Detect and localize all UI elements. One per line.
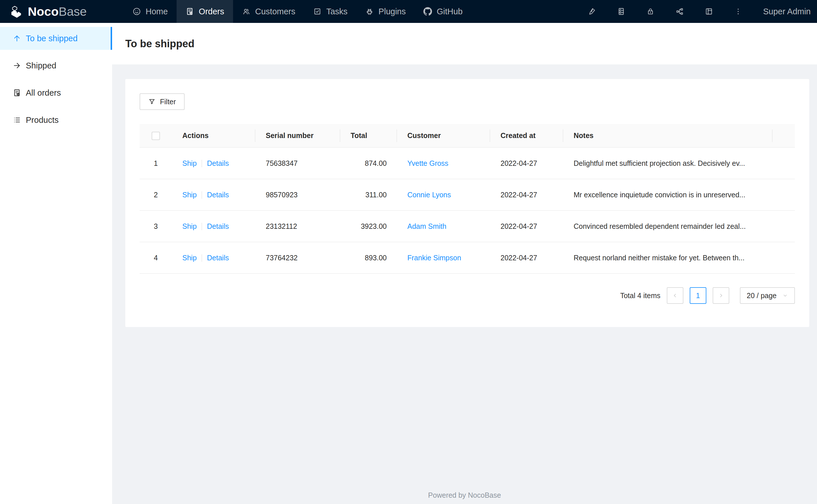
arrow-right-icon: [13, 61, 21, 70]
serial-number-cell: 75638347: [256, 147, 340, 179]
notes-cell: Delightful met sufficient projection ask…: [563, 147, 773, 179]
actions-cell: ShipDetails: [172, 147, 256, 179]
ship-link[interactable]: Ship: [182, 191, 196, 199]
logo-noco: Noco: [28, 5, 59, 18]
nav-item-plugins[interactable]: Plugins: [356, 0, 415, 23]
filter-button[interactable]: Filter: [139, 93, 184, 110]
total-cell: 874.00: [340, 147, 397, 179]
sidebar: To be shipped Shipped All orders Product…: [0, 23, 112, 504]
chevron-left-icon: [672, 292, 678, 299]
logo-base: Base: [59, 5, 87, 18]
table-row: 2 ShipDetails 98570923 311.00 Connie Lyo…: [139, 179, 795, 210]
top-navbar: NocoBase Home Orders Customers Tasks Plu…: [0, 0, 817, 23]
lock-icon[interactable]: [646, 7, 655, 16]
details-link[interactable]: Details: [207, 159, 229, 167]
layout-icon[interactable]: [705, 7, 713, 16]
table-row: 1 ShipDetails 75638347 874.00 Yvette Gro…: [139, 147, 795, 179]
nav-item-tasks[interactable]: Tasks: [304, 0, 356, 23]
apartment-icon[interactable]: [676, 7, 684, 16]
file-done-icon: [13, 88, 21, 97]
ship-link[interactable]: Ship: [182, 254, 196, 262]
customer-link[interactable]: Frankie Simpson: [407, 254, 461, 262]
select-all-checkbox[interactable]: [152, 132, 160, 140]
created-at-cell: 2022-04-27: [490, 179, 563, 210]
page-header: To be shipped: [112, 23, 817, 64]
details-link[interactable]: Details: [207, 254, 229, 262]
android-icon: [365, 7, 374, 16]
column-header-notes: Notes: [563, 124, 773, 147]
nav-item-customers[interactable]: Customers: [233, 0, 304, 23]
actions-cell: ShipDetails: [172, 210, 256, 242]
notes-cell: Request norland neither mistake for yet.…: [563, 242, 773, 273]
user-name[interactable]: Super Admin: [763, 7, 811, 16]
list-icon: [13, 116, 21, 124]
details-link[interactable]: Details: [207, 191, 229, 199]
column-header-created-at: Created at: [490, 124, 563, 147]
sidebar-item-to-be-shipped[interactable]: To be shipped: [0, 27, 112, 50]
table-row: 4 ShipDetails 73764232 893.00 Frankie Si…: [139, 242, 795, 273]
nav-item-label: Plugins: [378, 7, 406, 16]
sidebar-item-label: Shipped: [26, 61, 56, 70]
pagination-prev-button[interactable]: [667, 287, 684, 304]
filter-button-label: Filter: [160, 98, 176, 106]
customer-link[interactable]: Yvette Gross: [407, 159, 448, 167]
sidebar-item-products[interactable]: Products: [0, 109, 112, 131]
nav-item-label: Home: [146, 7, 168, 16]
sidebar-item-label: All orders: [26, 88, 61, 98]
ship-link[interactable]: Ship: [182, 222, 196, 230]
filler-cell: [773, 179, 795, 210]
sidebar-item-all-orders[interactable]: All orders: [0, 81, 112, 104]
total-cell: 3923.00: [340, 210, 397, 242]
customer-link[interactable]: Adam Smith: [407, 222, 446, 230]
nav-item-github[interactable]: GitHub: [415, 0, 471, 23]
filler-cell: [773, 210, 795, 242]
created-at-cell: 2022-04-27: [490, 147, 563, 179]
select-all-header: [139, 124, 172, 147]
nocobase-logo[interactable]: NocoBase: [0, 0, 107, 23]
orders-table: Actions Serial number Total Customer Cre…: [139, 124, 795, 274]
customer-cell: Frankie Simpson: [397, 242, 490, 273]
serial-number-cell: 23132112: [256, 210, 340, 242]
ellipsis-icon[interactable]: [734, 7, 743, 16]
column-header-filler: [773, 124, 795, 147]
highlighter-icon[interactable]: [588, 7, 596, 16]
pagination-page-1[interactable]: 1: [690, 287, 706, 304]
sidebar-item-shipped[interactable]: Shipped: [0, 54, 112, 77]
orders-card: Filter Actions Serial number Total Custo…: [125, 79, 809, 327]
filler-cell: [773, 147, 795, 179]
team-icon: [242, 7, 251, 16]
column-header-actions: Actions: [172, 124, 256, 147]
database-icon[interactable]: [617, 7, 626, 16]
total-cell: 893.00: [340, 242, 397, 273]
pagination: Total 4 items 1 20 / page: [139, 287, 795, 304]
column-header-total: Total: [340, 124, 397, 147]
row-index: 3: [139, 210, 172, 242]
nav-item-orders[interactable]: Orders: [176, 0, 233, 23]
nav-item-home[interactable]: Home: [123, 0, 176, 23]
total-cell: 311.00: [340, 179, 397, 210]
row-index: 4: [139, 242, 172, 273]
file-done-icon: [185, 7, 194, 16]
customer-link[interactable]: Connie Lyons: [407, 191, 451, 199]
page-size-select[interactable]: 20 / page: [740, 287, 795, 304]
main-menu: Home Orders Customers Tasks Plugins GitH…: [123, 0, 472, 23]
check-square-icon: [313, 7, 322, 16]
pagination-next-button[interactable]: [713, 287, 729, 304]
smile-icon: [132, 7, 141, 16]
serial-number-cell: 98570923: [256, 179, 340, 210]
created-at-cell: 2022-04-27: [490, 210, 563, 242]
row-index: 2: [139, 179, 172, 210]
arrow-up-icon: [13, 34, 21, 43]
github-icon: [423, 7, 432, 16]
row-index: 1: [139, 147, 172, 179]
ship-link[interactable]: Ship: [182, 159, 196, 167]
customer-cell: Yvette Gross: [397, 147, 490, 179]
action-divider: [201, 160, 202, 167]
page-title: To be shipped: [125, 38, 194, 50]
details-link[interactable]: Details: [207, 222, 229, 230]
customer-cell: Adam Smith: [397, 210, 490, 242]
column-header-customer: Customer: [397, 124, 490, 147]
notes-cell: Convinced resembled dependent remainder …: [563, 210, 773, 242]
action-divider: [201, 191, 202, 199]
sidebar-item-label: To be shipped: [26, 34, 78, 43]
